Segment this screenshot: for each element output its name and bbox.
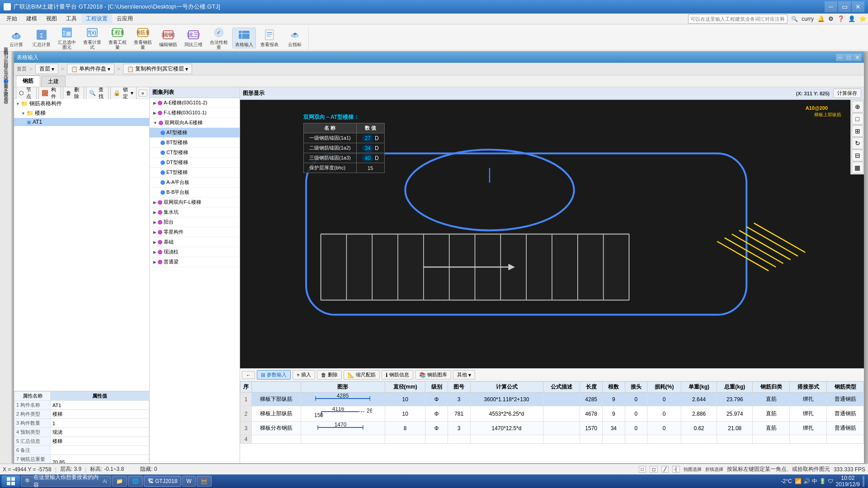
- figure-item-misc[interactable]: ▶ 零星构件: [150, 227, 240, 237]
- sidebar-hollow[interactable]: 空心: [2, 82, 10, 85]
- row4-category[interactable]: [753, 435, 790, 444]
- taskbar-word[interactable]: W: [182, 476, 195, 487]
- copy-btn[interactable]: 📋 复制构件到其它楼层 ▾: [123, 64, 192, 74]
- rvt-measure-btn[interactable]: ⊟: [852, 150, 863, 161]
- search-icon[interactable]: 🔍: [791, 16, 798, 22]
- row4-splice[interactable]: [790, 435, 827, 444]
- sidebar-stair[interactable]: 楼梯: [2, 86, 10, 89]
- sidebar-other[interactable]: 其它: [2, 102, 10, 106]
- menu-start[interactable]: 开始: [2, 14, 22, 23]
- rvt-zoom-btn[interactable]: □: [852, 113, 863, 125]
- row4-formula[interactable]: [470, 435, 543, 444]
- rvt-select-btn[interactable]: ⊕: [852, 101, 863, 113]
- sidebar-decor[interactable]: 装修: [2, 90, 10, 94]
- other-btn[interactable]: 其他 ▾: [453, 370, 475, 380]
- figure-item-ct[interactable]: CT型楼梯: [150, 148, 240, 158]
- back-btn[interactable]: ←: [242, 371, 255, 379]
- edit-rebar-btn[interactable]: 编辑钢筋 编辑钢筋: [156, 28, 180, 48]
- tree-root[interactable]: ▼ 📁 钢筋表格构件: [14, 99, 149, 108]
- row2-diagram[interactable]: 4116 150 267: [301, 406, 385, 422]
- row4-length[interactable]: [580, 435, 603, 444]
- volume-icon[interactable]: 🔊: [803, 478, 810, 484]
- figure-item-dual-fl[interactable]: ▶ 双网双向F-L楼梯: [150, 197, 240, 207]
- prop-value-1[interactable]: AT1: [51, 401, 149, 410]
- prop-value-3[interactable]: 1: [51, 419, 149, 428]
- tab-rebar[interactable]: 钢筋: [16, 75, 40, 87]
- figure-item-aa[interactable]: A-A平台板: [150, 178, 240, 188]
- tab-civil[interactable]: 土建: [41, 76, 66, 87]
- legal-check-btn[interactable]: ✓ 合法性检查: [207, 28, 231, 48]
- sum-selected-btn[interactable]: Σ▦ 汇总选中图元: [55, 28, 79, 48]
- figure-item-dt[interactable]: DT型楼梯: [150, 158, 240, 168]
- figure-item-bt[interactable]: BT型楼梯: [150, 138, 240, 148]
- subwindow-minimize[interactable]: ─: [836, 54, 844, 61]
- row4-total-weight[interactable]: [717, 435, 753, 444]
- sidebar-foundation[interactable]: 基础: [2, 98, 10, 102]
- rvt-pan-btn[interactable]: ⊞: [852, 125, 863, 137]
- cloud-index-btn[interactable]: ☁指标 云指标: [283, 28, 307, 48]
- close-button[interactable]: ✕: [852, 1, 864, 12]
- prop-value-6[interactable]: [51, 446, 149, 455]
- menu-tools[interactable]: 工具: [61, 14, 81, 23]
- battery-icon[interactable]: 🔋: [819, 478, 826, 484]
- notification-icon[interactable]: 🔔: [817, 15, 825, 22]
- row4-diagram[interactable]: [301, 435, 385, 444]
- taskbar-gtj[interactable]: 🏗 GTJ2018: [144, 476, 181, 487]
- help-icon[interactable]: ❓: [837, 15, 844, 22]
- table-row-2[interactable]: 2 梯板上部纵筋: [241, 406, 864, 422]
- more-btn[interactable]: »: [138, 89, 147, 97]
- restore-button[interactable]: ▭: [838, 1, 851, 12]
- snap-all-btn[interactable]: □: [639, 466, 646, 473]
- row4-name[interactable]: [252, 435, 301, 444]
- figure-item-at[interactable]: AT型楼梯: [150, 128, 240, 138]
- floor-select-btn[interactable]: 首层 ▾: [35, 64, 58, 74]
- menu-build[interactable]: 建模: [22, 14, 42, 23]
- taskbar-ie[interactable]: 🌐: [128, 476, 143, 487]
- insert-btn[interactable]: +插入: [292, 370, 315, 380]
- sum-calc-btn[interactable]: Σ 汇总计算: [30, 28, 53, 48]
- snap-vert-btn[interactable]: ┤: [672, 466, 680, 473]
- figure-item-balcony[interactable]: ▶ 阳台: [150, 217, 240, 227]
- row4-figure[interactable]: [448, 435, 470, 444]
- sidebar-wall[interactable]: 墙: [2, 66, 10, 69]
- tree-stair-folder[interactable]: ▼ 📁 楼梯: [14, 108, 149, 118]
- row4-diameter[interactable]: [385, 435, 425, 444]
- calc-save-button[interactable]: 计算保存: [833, 89, 861, 98]
- sidebar-common[interactable]: 常用: [2, 53, 10, 57]
- taskbar-app5[interactable]: 🧮: [197, 476, 212, 487]
- rvt-calc-btn[interactable]: ▦: [852, 162, 863, 174]
- minimize-button[interactable]: ─: [825, 1, 837, 12]
- rebar-info-btn[interactable]: ℹ钢筋信息: [382, 370, 413, 380]
- snap-none-btn[interactable]: ╱: [661, 466, 669, 473]
- taskbar-clock[interactable]: 10:02 2019/12/9: [836, 475, 860, 488]
- subwindow-maximize[interactable]: □: [844, 54, 853, 61]
- network-icon[interactable]: 📶: [795, 478, 802, 484]
- figure-item-et[interactable]: ET型楼梯: [150, 168, 240, 178]
- sidebar-slab[interactable]: 板: [2, 78, 10, 81]
- settings-icon[interactable]: ⚙: [828, 15, 834, 22]
- view-formula-btn[interactable]: f(x) 查看计算式: [80, 28, 104, 48]
- nav-home[interactable]: 首页: [17, 66, 27, 72]
- figure-item-cast-col[interactable]: ▶ 现浇柱: [150, 247, 240, 257]
- sidebar-axis[interactable]: 轴线: [2, 57, 10, 61]
- cloud-calc-btn[interactable]: ☁计 云计算: [5, 28, 28, 48]
- prop-value-4[interactable]: 现浇: [51, 428, 149, 437]
- menu-view[interactable]: 视图: [42, 14, 61, 23]
- figure-item-fl[interactable]: ▶ F-L楼梯(03G101-1): [150, 108, 240, 118]
- component-save-btn[interactable]: 📋 单构件存盘 ▾: [67, 64, 114, 74]
- param-input-btn[interactable]: ⊞参数输入: [257, 370, 291, 380]
- delete-row-btn[interactable]: 🗑删除: [317, 370, 342, 380]
- taskbar-explorer[interactable]: 📁: [112, 476, 127, 487]
- sidebar-column[interactable]: 柱: [2, 61, 10, 65]
- 3d-btn[interactable]: 同比三维 同比三维: [182, 28, 205, 48]
- row4-unit-weight[interactable]: [681, 435, 717, 444]
- figure-item-foundation[interactable]: ▶ 基础: [150, 237, 240, 247]
- sidebar-beam[interactable]: 梁: [2, 74, 10, 77]
- figure-item-bb[interactable]: B-B平台板: [150, 188, 240, 197]
- row4-loss[interactable]: [647, 435, 681, 444]
- rvt-rotate-btn[interactable]: ↻: [852, 137, 863, 149]
- row4-desc[interactable]: [543, 435, 580, 444]
- table-row-4[interactable]: 4: [241, 435, 864, 444]
- sidebar-custom[interactable]: 自定: [2, 106, 10, 110]
- menu-project[interactable]: 工程设置: [81, 14, 112, 23]
